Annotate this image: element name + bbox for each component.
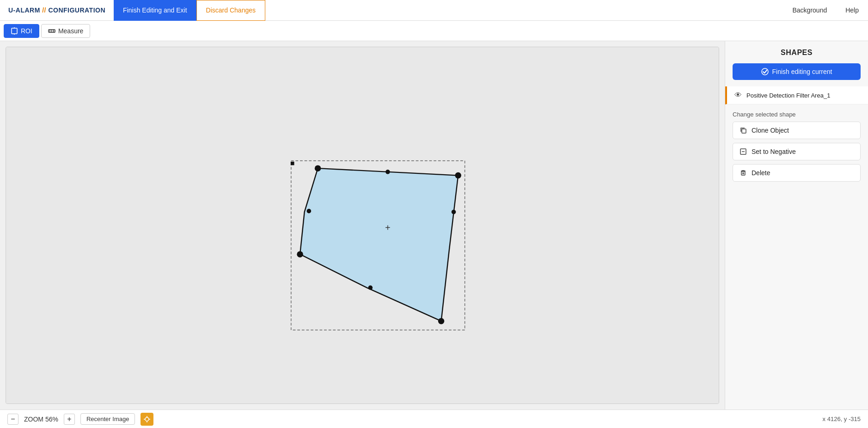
finish-editing-current-button[interactable]: Finish editing current [733, 63, 861, 80]
eye-icon: 👁 [734, 91, 742, 99]
right-panel: SHAPES Finish editing current 👁 Positive… [725, 41, 868, 410]
tool-bar: ROI Measure [0, 21, 868, 41]
trash-icon [740, 169, 747, 177]
finish-editing-exit-button[interactable]: Finish Editing and Exit [114, 0, 196, 21]
roi-tool-button[interactable]: ROI [4, 24, 39, 38]
main-layout: SHAPES Finish editing current 👁 Positive… [0, 41, 868, 410]
shape-item-label: Positive Detection Filter Area_1 [746, 92, 861, 99]
top-bar-right: Background Help [783, 0, 868, 21]
change-shape-label: Change selected shape [725, 104, 868, 122]
svg-rect-24 [741, 171, 745, 175]
svg-point-15 [368, 286, 373, 290]
canvas-inner [6, 47, 719, 404]
background-link[interactable]: Background [783, 0, 836, 21]
svg-point-12 [297, 251, 303, 257]
zoom-in-button[interactable]: + [64, 414, 75, 425]
top-bar: U-ALARM // CONFIGURATION Finish Editing … [0, 0, 868, 21]
discard-changes-button[interactable]: Discard Changes [196, 0, 265, 21]
clone-object-button[interactable]: Clone Object [733, 122, 861, 139]
coordinates-display: x 4126, y -315 [823, 416, 861, 422]
shape-list-item[interactable]: 👁 Positive Detection Filter Area_1 [725, 86, 868, 104]
zoom-level-label: ZOOM 56% [24, 416, 58, 423]
check-icon [761, 68, 769, 75]
measure-tool-button[interactable]: Measure [41, 24, 90, 38]
roi-icon [11, 27, 18, 35]
svg-rect-0 [12, 28, 17, 34]
measure-icon [48, 27, 55, 35]
shapes-panel-title: SHAPES [725, 49, 868, 57]
app-title: U-ALARM // CONFIGURATION [0, 6, 114, 14]
negative-icon [740, 148, 747, 155]
svg-point-9 [315, 165, 321, 171]
svg-rect-21 [742, 129, 746, 133]
delete-button[interactable]: Delete [733, 164, 861, 182]
canvas-area[interactable] [6, 47, 719, 404]
svg-point-10 [455, 172, 461, 178]
shape-canvas-svg [6, 47, 719, 404]
help-link[interactable]: Help [836, 0, 868, 21]
svg-marker-8 [300, 168, 458, 321]
zoom-out-button[interactable]: − [7, 414, 18, 425]
recenter-image-button[interactable]: Recenter Image [80, 413, 135, 425]
svg-point-16 [307, 209, 312, 214]
svg-rect-19 [291, 162, 294, 165]
clone-icon [740, 127, 747, 134]
svg-point-27 [145, 417, 149, 421]
set-to-negative-button[interactable]: Set to Negative [733, 143, 861, 160]
target-icon [144, 416, 150, 422]
svg-point-13 [385, 170, 390, 174]
recenter-icon-button[interactable] [141, 413, 153, 426]
svg-point-11 [438, 318, 444, 324]
bottom-bar: − ZOOM 56% + Recenter Image x 4126, y -3… [0, 410, 868, 428]
svg-point-14 [452, 210, 456, 214]
